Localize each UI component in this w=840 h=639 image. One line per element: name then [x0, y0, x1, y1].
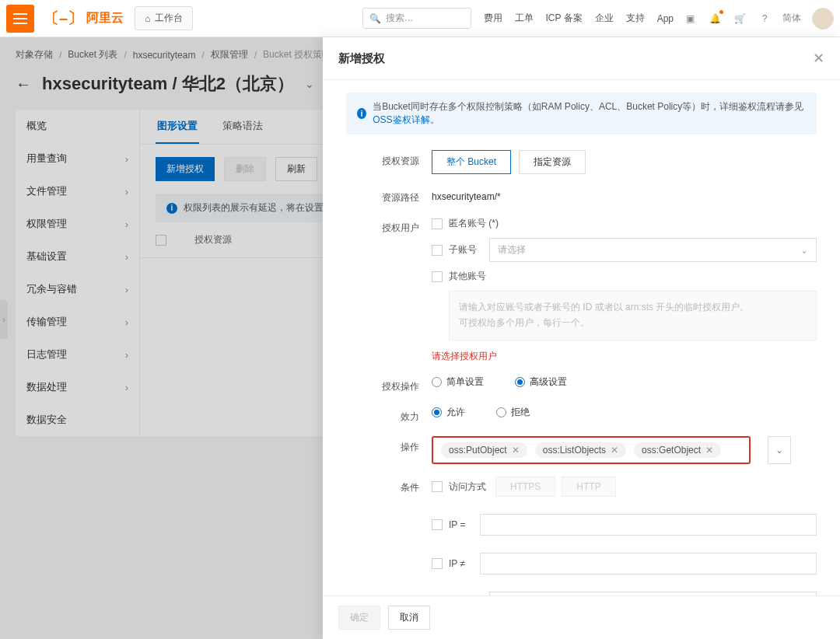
close-icon[interactable]: ✕	[813, 50, 824, 67]
resource-whole-bucket[interactable]: 整个 Bucket	[432, 150, 511, 174]
other-accounts-textarea[interactable]: 请输入对应账号或者子账号的 ID 或者以 arn:sts 开头的临时授权用户。 …	[449, 291, 817, 340]
label-effect: 效力	[346, 406, 432, 424]
ip-eq-input[interactable]	[480, 514, 817, 536]
ip-eq-label: IP =	[449, 519, 474, 530]
cancel-button[interactable]: 取消	[388, 606, 430, 630]
cloudshell-icon[interactable]: ▣	[683, 12, 697, 26]
svg-rect-0	[13, 13, 27, 15]
drawer: 新增授权 ✕ i 当Bucket同时存在多个权限控制策略（如RAM Policy…	[323, 37, 840, 639]
action-simple-radio[interactable]: 简单设置	[432, 375, 484, 389]
row-resource: 授权资源 整个 Bucket 指定资源	[346, 150, 817, 174]
ip-ne-input[interactable]	[480, 553, 817, 574]
help-icon[interactable]: ?	[758, 12, 772, 26]
row-path: 资源路径 hxsecurityteam/*	[346, 187, 817, 204]
ops-tags-input[interactable]: oss:PutObject✕ oss:ListObjects✕ oss:GetO…	[432, 436, 751, 464]
lang-selector[interactable]: 简体	[782, 12, 801, 25]
cart-icon[interactable]: 🛒	[733, 12, 747, 26]
label-condition: 条件	[346, 477, 432, 494]
chevron-down-icon: ⌄	[800, 245, 808, 256]
avatar[interactable]	[812, 8, 834, 30]
nav-link[interactable]: ICP 备案	[546, 12, 583, 25]
topbar: 〔–〕 阿里云 ⌂ 工作台 🔍 搜索… 费用 工单 ICP 备案 企业 支持 A…	[0, 0, 840, 37]
tag-remove-icon[interactable]: ✕	[611, 445, 618, 456]
ops-dropdown-toggle[interactable]: ⌄	[768, 436, 791, 464]
nav-icons: ▣ 🔔 🛒 ? 简体	[683, 8, 834, 30]
search-placeholder: 搜索…	[386, 12, 414, 25]
access-method-label: 访问方式	[449, 480, 489, 494]
nav-links: 费用 工单 ICP 备案 企业 支持 App	[484, 12, 674, 25]
user-error-text: 请选择授权用户	[432, 350, 817, 363]
drawer-info-banner: i 当Bucket同时存在多个权限控制策略（如RAM Policy、ACL、Bu…	[346, 93, 817, 134]
drawer-header: 新增授权 ✕	[323, 37, 840, 80]
label-action: 授权操作	[346, 375, 432, 393]
nav-link[interactable]: 工单	[515, 12, 534, 25]
nav-link[interactable]: 支持	[626, 12, 645, 25]
ip-ne-checkbox[interactable]	[432, 558, 443, 569]
label-ops: 操作	[346, 436, 432, 454]
svg-rect-1	[13, 18, 27, 19]
drawer-footer: 确定 取消	[323, 595, 840, 639]
tag-remove-icon[interactable]: ✕	[705, 445, 713, 456]
op-tag: oss:PutObject✕	[441, 442, 527, 458]
http-button[interactable]: HTTP	[562, 477, 615, 497]
info-text: 当Bucket同时存在多个权限控制策略（如RAM Policy、ACL、Buck…	[373, 101, 803, 112]
action-advanced-radio[interactable]: 高级设置	[515, 375, 567, 389]
search-icon: 🔍	[369, 13, 381, 24]
op-tag: oss:GetObject✕	[634, 442, 721, 458]
other-label: 其他账号	[449, 270, 486, 283]
anonymous-label: 匿名账号 (*)	[449, 217, 499, 230]
ip-eq-checkbox[interactable]	[432, 519, 443, 530]
info-link[interactable]: OSS鉴权详解	[373, 114, 429, 125]
label-path: 资源路径	[346, 187, 432, 204]
svg-rect-2	[13, 23, 27, 24]
effect-allow-radio[interactable]: 允许	[432, 406, 465, 419]
hamburger-icon	[13, 13, 27, 24]
access-method-checkbox[interactable]	[432, 481, 443, 492]
effect-deny-radio[interactable]: 拒绝	[496, 406, 530, 419]
home-icon: ⌂	[145, 13, 150, 24]
anonymous-checkbox[interactable]	[432, 218, 443, 229]
info-icon: i	[357, 108, 366, 119]
drawer-body: i 当Bucket同时存在多个权限控制策略（如RAM Policy、ACL、Bu…	[323, 80, 840, 595]
op-tag: oss:ListObjects✕	[535, 442, 626, 458]
row-effect: 效力 允许 拒绝	[346, 406, 817, 424]
logo-bracket-icon: 〔–〕	[44, 8, 83, 29]
row-user: 授权用户 匿名账号 (*) 子账号 请选择⌄ 其他账号	[346, 217, 817, 363]
logo[interactable]: 〔–〕 阿里云	[44, 8, 124, 29]
row-action: 授权操作 简单设置 高级设置	[346, 375, 817, 393]
tag-remove-icon[interactable]: ✕	[512, 445, 520, 456]
subaccount-checkbox[interactable]	[432, 245, 443, 256]
bell-icon[interactable]: 🔔	[708, 12, 722, 26]
ok-button: 确定	[338, 606, 380, 630]
other-checkbox[interactable]	[432, 271, 443, 282]
subaccount-label: 子账号	[449, 243, 483, 257]
row-condition: 条件 访问方式 HTTPS HTTP IP = IP ≠	[346, 477, 817, 595]
drawer-title: 新增授权	[338, 51, 385, 66]
workbench-button[interactable]: ⌂ 工作台	[135, 6, 193, 30]
resource-select[interactable]: 指定资源	[519, 150, 586, 174]
https-button[interactable]: HTTPS	[495, 477, 555, 497]
ip-ne-label: IP ≠	[449, 558, 474, 569]
logo-text: 阿里云	[86, 10, 124, 26]
hamburger-menu[interactable]	[6, 5, 34, 33]
workbench-label: 工作台	[155, 12, 183, 25]
subaccount-select[interactable]: 请选择⌄	[489, 238, 817, 262]
nav-link[interactable]: 费用	[484, 12, 502, 25]
search-box[interactable]: 🔍 搜索…	[362, 8, 471, 29]
path-value: hxsecurityteam/*	[432, 187, 501, 202]
nav-link[interactable]: App	[657, 13, 674, 24]
label-resource: 授权资源	[346, 150, 432, 168]
label-user: 授权用户	[346, 217, 432, 235]
nav-link[interactable]: 企业	[595, 12, 614, 25]
row-ops: 操作 oss:PutObject✕ oss:ListObjects✕ oss:G…	[346, 436, 817, 464]
